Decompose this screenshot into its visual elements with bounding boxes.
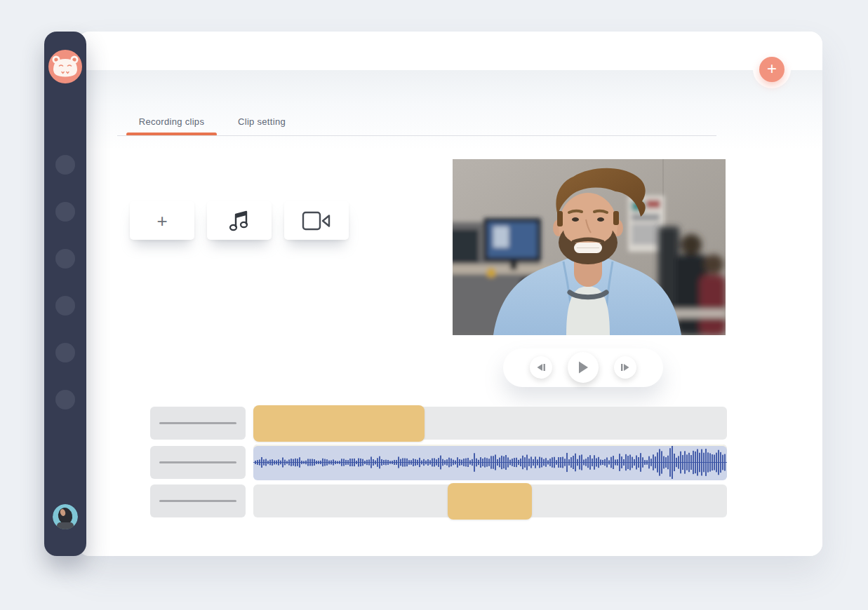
playback-bar — [503, 348, 663, 387]
track-2-label — [150, 446, 246, 479]
tab-recording-clips-label: Recording clips — [139, 114, 204, 127]
timeline-clip[interactable] — [448, 483, 532, 520]
previous-frame-button[interactable] — [530, 356, 552, 379]
sidebar-nav-item-6[interactable] — [55, 390, 75, 409]
sidebar-nav-item-4[interactable] — [55, 296, 75, 316]
sidebar-nav-item-5[interactable] — [55, 343, 75, 362]
track-3-label — [150, 484, 246, 517]
sidebar — [44, 32, 86, 556]
track-1-label — [150, 407, 246, 440]
track-3 — [253, 484, 727, 517]
track-2 — [253, 445, 727, 480]
add-music-button[interactable] — [207, 201, 272, 240]
tab-recording-clips[interactable]: Recording clips — [126, 114, 217, 138]
user-avatar[interactable] — [53, 504, 78, 529]
previous-frame-icon — [536, 363, 546, 372]
play-button[interactable] — [568, 352, 599, 383]
sidebar-nav-item-1[interactable] — [55, 155, 75, 175]
waveform-canvas — [253, 445, 727, 480]
track-label-line — [159, 500, 236, 502]
video-preview — [453, 159, 726, 335]
panel-header — [77, 32, 822, 70]
add-fab-button[interactable]: + — [759, 57, 784, 82]
sidebar-nav-item-2[interactable] — [55, 202, 75, 222]
audio-waveform-clip[interactable] — [253, 445, 727, 480]
sidebar-nav-item-3[interactable] — [55, 249, 75, 269]
tab-clip-setting[interactable]: Clip setting — [223, 114, 300, 138]
video-camera-icon — [302, 211, 331, 231]
plus-icon: + — [156, 212, 167, 230]
video-preview-illustration — [453, 159, 726, 335]
tab-clip-setting-label: Clip setting — [238, 114, 286, 127]
tab-bar-divider — [117, 135, 716, 136]
next-frame-icon — [620, 363, 630, 372]
user-avatar-image — [53, 504, 78, 529]
sidebar-nav — [44, 155, 86, 437]
add-clip-button[interactable]: + — [130, 201, 194, 240]
monkey-logo-icon — [48, 50, 82, 83]
page-background: + Recording clips Clip setting + — [0, 0, 868, 610]
app-logo — [48, 50, 82, 83]
plus-icon: + — [767, 60, 777, 77]
track-label-line — [159, 422, 236, 424]
track-label-line — [159, 461, 236, 463]
next-frame-button[interactable] — [614, 356, 636, 379]
add-video-button[interactable] — [284, 201, 349, 240]
play-icon — [577, 361, 589, 374]
timeline-clip[interactable] — [253, 405, 425, 442]
track-1 — [253, 407, 727, 440]
music-note-icon — [229, 210, 250, 232]
